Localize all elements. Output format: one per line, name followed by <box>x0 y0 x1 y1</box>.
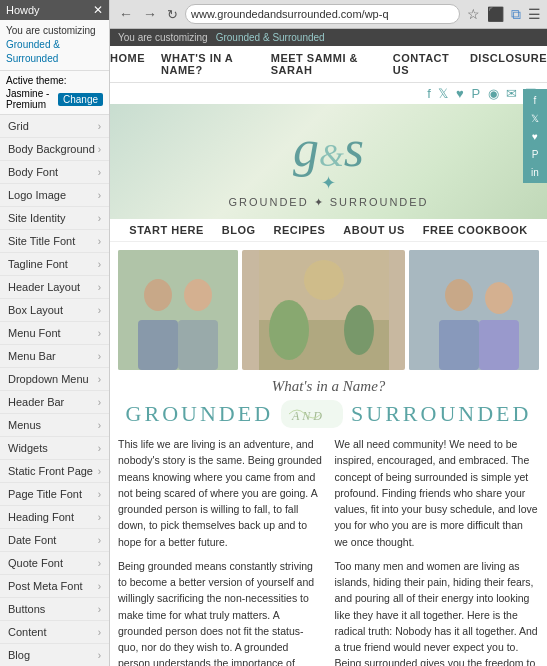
site-link[interactable]: Grounded & Surrounded <box>216 32 325 43</box>
sidebar-menu-list: Grid › Body Background › Body Font › Log… <box>0 115 109 666</box>
sidebar-item-heading-font[interactable]: Heading Font › <box>0 506 109 529</box>
svg-point-11 <box>445 279 473 311</box>
sidebar-item-menu-font[interactable]: Menu Font › <box>0 322 109 345</box>
photo-caption: What's in a Name? <box>118 378 539 395</box>
sidebar-item-site-identity[interactable]: Site Identity › <box>0 207 109 230</box>
right-para-2: Too many men and women are living as isl… <box>335 558 540 666</box>
sidebar-item-page-title-font[interactable]: Page Title Font › <box>0 483 109 506</box>
arrow-icon: › <box>98 627 101 638</box>
arrow-icon: › <box>98 535 101 546</box>
heart-icon[interactable]: ♥ <box>456 86 464 101</box>
sidebar-item-menus[interactable]: Menus › <box>0 414 109 437</box>
svg-rect-13 <box>439 320 479 370</box>
sidebar-item-grid[interactable]: Grid › <box>0 115 109 138</box>
sidebar-item-widgets[interactable]: Widgets › <box>0 437 109 460</box>
nav-disclosure[interactable]: DISCLOSURE <box>470 52 547 76</box>
facebook-icon[interactable]: f <box>427 86 431 101</box>
admin-bar: You are customizing Grounded & Surrounde… <box>110 29 547 46</box>
change-theme-button[interactable]: Change <box>58 93 103 106</box>
main-area: ← → ↻ ☆ ⬛ ⧉ ☰ You are customizing Ground… <box>110 0 547 666</box>
top-navigation: HOME WHAT'S IN A NAME? MEET SAMMI & SARA… <box>110 46 547 83</box>
svg-point-12 <box>485 282 513 314</box>
sidebar-item-date-font[interactable]: Date Font › <box>0 529 109 552</box>
nav-contact-us[interactable]: CONTACT US <box>393 52 454 76</box>
sidebar-item-post-meta-font[interactable]: Post Meta Font › <box>0 575 109 598</box>
photo-left <box>118 250 238 370</box>
title-surrounded: SURROUNDED <box>351 401 531 427</box>
customizing-label: You are customizing <box>6 24 103 38</box>
theme-section: Active theme: Jasmine - Premium Change <box>0 71 109 115</box>
customizer-sidebar: Howdy ✕ You are customizing Grounded & S… <box>0 0 110 666</box>
arrow-icon: › <box>98 420 101 431</box>
sidebar-item-box-layout[interactable]: Box Layout › <box>0 299 109 322</box>
logo-subtitle: GROUNDED ✦ SURROUNDED <box>120 196 537 209</box>
email-icon[interactable]: ✉ <box>506 86 517 101</box>
arrow-icon: › <box>98 351 101 362</box>
nav-home[interactable]: HOME <box>110 52 145 76</box>
arrow-icon: › <box>98 604 101 615</box>
left-para-1: This life we are living is an adventure,… <box>118 436 323 550</box>
sidebar-item-body-background[interactable]: Body Background › <box>0 138 109 161</box>
photo-collage <box>118 250 539 370</box>
facebook-float-icon[interactable]: f <box>525 91 545 109</box>
twitter-icon[interactable]: 𝕏 <box>438 86 448 101</box>
sidebar-close-icon[interactable]: ✕ <box>93 3 103 17</box>
title-grounded: GROUNDED <box>126 401 273 427</box>
arrow-icon: › <box>98 282 101 293</box>
nav2-blog[interactable]: BLOG <box>222 224 256 236</box>
svg-point-8 <box>269 300 309 360</box>
linkedin-float-icon[interactable]: in <box>525 163 545 181</box>
sidebar-item-dropdown-menu[interactable]: Dropdown Menu › <box>0 368 109 391</box>
sidebar-item-logo-image[interactable]: Logo Image › <box>0 184 109 207</box>
customizing-text: You are customizing <box>118 32 208 43</box>
menu-icon[interactable]: ☰ <box>528 6 541 22</box>
sidebar-item-header-layout[interactable]: Header Layout › <box>0 276 109 299</box>
pinterest-icon[interactable]: P <box>471 86 480 101</box>
arrow-icon: › <box>98 213 101 224</box>
sidebar-item-tagline-font[interactable]: Tagline Font › <box>0 253 109 276</box>
photo-right <box>409 250 539 370</box>
content-area: What's in a Name? GROUNDED and SURROUNDE… <box>110 242 547 666</box>
left-para-2: Being grounded means constantly striving… <box>118 558 323 666</box>
right-column: We all need community! We need to be ins… <box>335 436 540 666</box>
url-bar[interactable] <box>185 4 460 24</box>
sidebar-item-buttons[interactable]: Buttons › <box>0 598 109 621</box>
arrow-icon: › <box>98 558 101 569</box>
svg-point-9 <box>344 305 374 355</box>
svg-point-7 <box>304 260 344 300</box>
nav-whats-in-name[interactable]: WHAT'S IN A NAME? <box>161 52 255 76</box>
back-button[interactable]: ← <box>116 6 136 22</box>
arrow-icon: › <box>98 190 101 201</box>
arrow-icon: › <box>98 443 101 454</box>
sidebar-item-quote-font[interactable]: Quote Font › <box>0 552 109 575</box>
sidebar-item-content[interactable]: Content › <box>0 621 109 644</box>
nav2-about-us[interactable]: ABOUT US <box>343 224 404 236</box>
forward-button[interactable]: → <box>140 6 160 22</box>
refresh-button[interactable]: ↻ <box>164 7 181 22</box>
big-title: GROUNDED and SURROUNDED <box>118 400 539 428</box>
nav2-free-cookbook[interactable]: FREE COOKBOOK <box>423 224 528 236</box>
sidebar-item-body-font[interactable]: Body Font › <box>0 161 109 184</box>
nav-meet-sammi-sarah[interactable]: MEET SAMMI & SARAH <box>271 52 377 76</box>
photo-middle <box>242 250 405 370</box>
sidebar-title: Howdy <box>6 4 40 16</box>
heart-float-icon[interactable]: ♥ <box>525 127 545 145</box>
arrow-icon: › <box>98 466 101 477</box>
layers-icon: ⧉ <box>511 6 521 23</box>
sidebar-item-menu-bar[interactable]: Menu Bar › <box>0 345 109 368</box>
arrow-icon: › <box>98 305 101 316</box>
sidebar-item-static-front-page[interactable]: Static Front Page › <box>0 460 109 483</box>
second-navigation: START HERE BLOG RECIPES ABOUT US FREE CO… <box>110 219 547 242</box>
sidebar-item-header-bar[interactable]: Header Bar › <box>0 391 109 414</box>
nav2-start-here[interactable]: START HERE <box>129 224 203 236</box>
nav2-recipes[interactable]: RECIPES <box>274 224 326 236</box>
twitter-float-icon[interactable]: 𝕏 <box>525 109 545 127</box>
sidebar-item-blog[interactable]: Blog › <box>0 644 109 666</box>
sidebar-item-site-title-font[interactable]: Site Title Font › <box>0 230 109 253</box>
social-icons-bar: f 𝕏 ♥ P ◉ ✉ ☰ <box>110 83 547 104</box>
instagram-icon[interactable]: ◉ <box>488 86 499 101</box>
left-column: This life we are living is an adventure,… <box>118 436 323 666</box>
site-name-label: Grounded & Surrounded <box>6 38 103 66</box>
pinterest-float-icon[interactable]: P <box>525 145 545 163</box>
right-para-1: We all need community! We need to be ins… <box>335 436 540 550</box>
